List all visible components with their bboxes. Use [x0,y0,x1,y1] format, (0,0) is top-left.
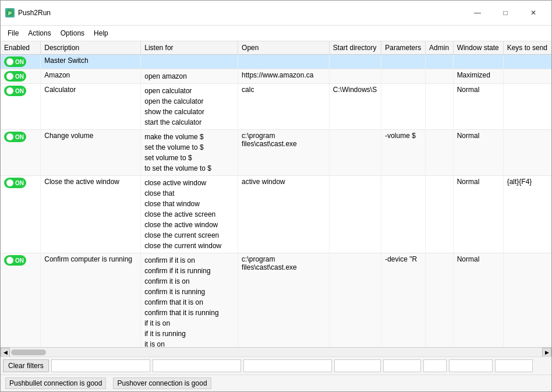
header-winstate: Window state [453,41,503,55]
cell-winstate: Normal [453,130,503,176]
cell-enabled: ON [1,176,41,253]
toggle-switch[interactable]: ON [4,132,26,142]
cell-keys [503,253,551,348]
cell-listen: confirm if it is on confirm if it is run… [141,253,238,348]
filter-bar: Clear filters [1,356,551,375]
cell-winstate: Maximized [453,69,503,84]
cell-winstate: Normal [453,84,503,130]
toggle-switch[interactable]: ON [4,255,26,266]
toggle-switch[interactable]: ON [4,86,26,96]
filter-params[interactable] [383,359,421,372]
header-enabled: Enabled [1,41,41,55]
menu-help[interactable]: Help [89,27,113,40]
cell-params: -device "R [381,253,426,348]
cell-admin [426,176,454,253]
toggle-switch[interactable]: ON [4,71,26,82]
cell-admin [426,55,454,69]
cell-listen [141,55,238,69]
cell-admin [426,130,454,176]
scroll-right-arrow[interactable]: ▶ [542,348,551,357]
cell-winstate: Normal [453,176,503,253]
cell-keys [503,130,551,176]
window-title: Push2Run [18,9,51,17]
cell-listen: open calculator open the calculator show… [141,84,238,130]
status-pushbullet: Pushbullet connection is good [5,377,106,389]
cell-startdir [329,130,381,176]
status-pushover: Pushover connection is good [113,377,211,389]
filter-open[interactable] [243,359,332,372]
cell-enabled: ON [1,130,41,176]
table-row[interactable]: ONAmazonopen amazonhttps://www.amazon.ca… [1,69,551,84]
cell-winstate: Normal [453,253,503,348]
filter-listen[interactable] [153,359,241,372]
cell-enabled: ON [1,55,41,69]
cell-open: c:\program files\cast\cast.exe [238,253,330,348]
filter-admin[interactable] [423,359,447,372]
cell-open: calc [238,84,330,130]
scroll-left-arrow[interactable]: ◀ [1,348,10,357]
cell-enabled: ON [1,84,41,130]
main-table: Enabled Description Listen for Open Star… [1,41,551,347]
cell-admin [426,84,454,130]
scrollbar-thumb[interactable] [11,349,46,355]
toggle-switch[interactable]: ON [4,56,26,67]
cell-description: Calculator [41,84,141,130]
table-row[interactable]: ONChange volumemake the volume $ set the… [1,130,551,176]
main-window: P Push2Run — □ ✕ File Actions Options He… [0,0,552,392]
app-icon: P [5,8,15,17]
cell-params [381,69,426,84]
table-row[interactable]: ONClose the active windowclose active wi… [1,176,551,253]
header-admin: Admin [426,41,454,55]
cell-listen: open amazon [141,69,238,84]
cell-winstate [453,55,503,69]
cell-keys: {alt}{F4} [503,176,551,253]
filter-winstate[interactable] [449,359,493,372]
horizontal-scrollbar[interactable]: ◀ ▶ [1,347,551,356]
cell-description: Amazon [41,69,141,84]
cell-keys [503,55,551,69]
cell-description: Change volume [41,130,141,176]
menu-bar: File Actions Options Help [1,26,551,41]
cell-description: Close the active window [41,176,141,253]
title-controls: — □ ✕ [464,4,547,22]
menu-options[interactable]: Options [56,27,89,40]
cell-params [381,176,426,253]
clear-filters-button[interactable]: Clear filters [3,359,49,372]
menu-file[interactable]: File [3,27,23,40]
title-bar-left: P Push2Run [5,8,51,17]
toggle-switch[interactable]: ON [4,178,26,188]
cell-params [381,84,426,130]
filter-startdir[interactable] [334,359,381,372]
menu-actions[interactable]: Actions [23,27,55,40]
cell-listen: close active window close that close tha… [141,176,238,253]
close-button[interactable]: ✕ [520,4,547,22]
header-listen: Listen for [141,41,238,55]
table-container[interactable]: Enabled Description Listen for Open Star… [1,41,551,347]
header-open: Open [238,41,330,55]
svg-text:P: P [8,10,12,16]
cell-startdir: C:\Windows\S [329,84,381,130]
minimize-button[interactable]: — [464,4,491,22]
cell-startdir [329,253,381,348]
cell-startdir [329,176,381,253]
title-bar: P Push2Run — □ ✕ [1,1,551,26]
header-description: Description [41,41,141,55]
cell-enabled: ON [1,253,41,348]
cell-enabled: ON [1,69,41,84]
table-row[interactable]: ONMaster Switch [1,55,551,69]
cell-admin [426,69,454,84]
table-row[interactable]: ONConfirm computer is runningconfirm if … [1,253,551,348]
cell-params [381,55,426,69]
cell-listen: make the volume $ set the volume to $ se… [141,130,238,176]
cell-keys [503,84,551,130]
cell-startdir [329,55,381,69]
cell-admin [426,253,454,348]
maximize-button[interactable]: □ [492,4,519,22]
filter-keys[interactable] [495,359,533,372]
status-bar: Pushbullet connection is good Pushover c… [1,375,551,391]
table-row[interactable]: ONCalculatoropen calculator open the cal… [1,84,551,130]
filter-description[interactable] [51,359,150,372]
cell-open: c:\program files\cast\cast.exe [238,130,330,176]
scrollbar-track [1,348,551,356]
cell-description: Master Switch [41,55,141,69]
